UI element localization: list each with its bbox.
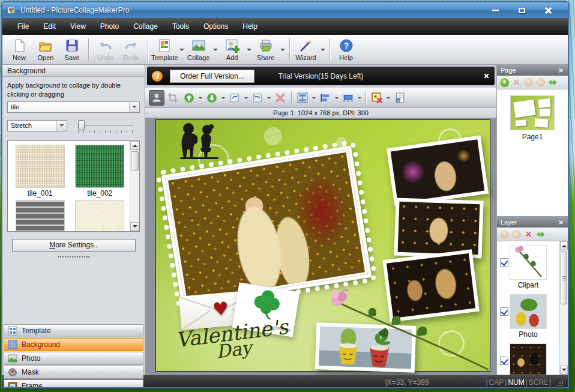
template-dropdown-arrow[interactable] (178, 36, 185, 64)
delete-page-icon[interactable]: ✕ (512, 78, 521, 87)
tile-item-002[interactable]: tile_002 (73, 145, 128, 198)
background-mode-select[interactable]: Stretch (7, 120, 67, 131)
align-vertical-dropdown[interactable] (311, 90, 317, 106)
scroll-down-icon[interactable] (560, 366, 568, 375)
undo-button[interactable]: Undo (92, 36, 118, 64)
wizard-button[interactable]: Wizard (293, 36, 319, 64)
resize-object-button[interactable] (340, 90, 356, 106)
rotate-cw-dropdown[interactable] (243, 90, 249, 106)
close-button[interactable] (539, 5, 557, 15)
sidebar-item-photo[interactable]: Photo (4, 352, 143, 365)
banner-close-icon[interactable] (484, 74, 489, 79)
collage-button[interactable]: Collage (185, 36, 212, 64)
bring-forward-button[interactable] (181, 90, 197, 106)
new-button[interactable]: New (6, 36, 32, 64)
background-type-select[interactable]: tile (7, 101, 140, 113)
slider-thumb[interactable] (78, 120, 85, 130)
photo-bottom-right[interactable] (382, 249, 480, 322)
add-dropdown-arrow[interactable] (245, 36, 253, 64)
order-full-version-button[interactable]: Order Full Version... (170, 70, 254, 83)
properties-button[interactable]: i (392, 90, 408, 106)
remove-clipart-button[interactable] (369, 90, 385, 106)
help-button[interactable]: ? Help (333, 36, 360, 64)
page-panel-close-icon[interactable] (559, 68, 563, 73)
move-page-up-icon[interactable]: ↑ (524, 78, 533, 87)
collage-canvas[interactable]: ♥ happiness Valentine's Day (155, 119, 490, 372)
menu-view[interactable]: View (64, 19, 92, 34)
chevron-down-icon[interactable] (129, 102, 139, 112)
rotate-cw-button[interactable] (227, 90, 242, 106)
scroll-up-icon[interactable] (560, 241, 568, 250)
add-button[interactable]: Add (219, 36, 245, 64)
save-button[interactable]: Save (59, 36, 85, 64)
resize-dropdown[interactable] (357, 90, 363, 106)
background-opacity-slider[interactable] (78, 120, 133, 133)
send-backward-dropdown[interactable] (220, 90, 226, 106)
swap-layers-icon[interactable] (536, 230, 545, 239)
layer-panel-close-icon[interactable] (559, 220, 563, 225)
tile-scrollbar[interactable] (130, 141, 139, 231)
send-backward-button[interactable] (204, 90, 220, 106)
align-left-dropdown[interactable] (334, 90, 340, 106)
menu-file[interactable]: File (11, 19, 35, 34)
layer-visibility-checkbox[interactable] (500, 258, 508, 267)
sidebar-item-frame[interactable]: Frame (4, 379, 143, 388)
layer-visibility-checkbox[interactable] (500, 357, 508, 365)
sidebar-item-mask[interactable]: Mask (4, 366, 143, 379)
move-page-down-icon[interactable]: ↓ (536, 78, 545, 87)
rotate-ccw-button[interactable] (250, 90, 265, 106)
tile-item-003[interactable] (13, 200, 68, 232)
photo-main[interactable] (161, 145, 372, 307)
open-button[interactable]: Open (32, 36, 59, 64)
align-left-button[interactable] (318, 90, 333, 106)
wizard-dropdown-arrow[interactable] (319, 36, 327, 64)
scroll-up-icon[interactable] (130, 141, 139, 150)
sidebar-item-background[interactable]: Background (4, 338, 143, 351)
align-vertical-button[interactable] (295, 90, 310, 106)
menu-edit[interactable]: Edit (37, 19, 62, 34)
move-layer-up-icon[interactable]: ↑ (500, 230, 509, 239)
layer-scrollbar[interactable] (559, 241, 568, 375)
template-button[interactable]: Template (151, 36, 178, 64)
move-layer-down-icon[interactable]: ↓ (512, 230, 521, 239)
layer-visibility-checkbox[interactable] (500, 307, 508, 316)
kissing-kids-silhouette[interactable] (175, 121, 222, 162)
layer-item-photo-2[interactable] (497, 340, 559, 375)
tile-item-001[interactable]: tile_001 (13, 145, 68, 198)
menu-help[interactable]: Help (236, 19, 264, 34)
photo-top-right[interactable] (387, 135, 489, 207)
select-tool-button[interactable] (149, 90, 164, 106)
page1-thumbnail[interactable] (510, 95, 555, 130)
add-page-icon[interactable]: + (500, 78, 509, 87)
photo-plant-pots[interactable] (315, 322, 417, 373)
layer-item-photo[interactable]: Photo (497, 291, 559, 340)
rotate-ccw-dropdown[interactable] (266, 90, 272, 106)
share-button[interactable]: Share (253, 36, 279, 64)
remove-clipart-dropdown[interactable] (385, 90, 391, 106)
menu-collage[interactable]: Collage (127, 19, 164, 34)
bring-forward-dropdown[interactable] (197, 90, 203, 106)
menu-options[interactable]: Options (197, 19, 235, 34)
delete-object-button[interactable] (272, 90, 288, 106)
sidebar-item-template[interactable]: Template (4, 324, 143, 337)
scrollbar-thumb[interactable] (131, 151, 139, 170)
share-dropdown-arrow[interactable] (279, 36, 286, 64)
menu-photo[interactable]: Photo (94, 19, 125, 34)
chevron-down-icon[interactable] (56, 121, 67, 131)
maximize-button[interactable] (513, 5, 531, 15)
delete-layer-icon[interactable]: ✕ (524, 230, 533, 239)
crop-tool-button[interactable] (165, 90, 181, 106)
swap-pages-icon[interactable] (548, 78, 557, 87)
redo-button[interactable]: Redo (118, 36, 145, 64)
layer-item-clipart[interactable]: Clipart (497, 241, 559, 291)
panel-drag-handle[interactable] (58, 256, 89, 258)
tile-item-004[interactable] (73, 200, 128, 232)
minimize-button[interactable] (486, 5, 504, 15)
title-bar[interactable]: Untitled - PictureCollageMakerPro (2, 2, 568, 18)
collage-dropdown-arrow[interactable] (212, 36, 219, 64)
scroll-down-icon[interactable] (130, 222, 139, 231)
resize-grip[interactable] (556, 379, 563, 386)
scrollbar-thumb[interactable] (561, 252, 567, 304)
more-settings-button[interactable]: More Settings.. (12, 239, 136, 252)
menu-tools[interactable]: Tools (166, 19, 196, 34)
